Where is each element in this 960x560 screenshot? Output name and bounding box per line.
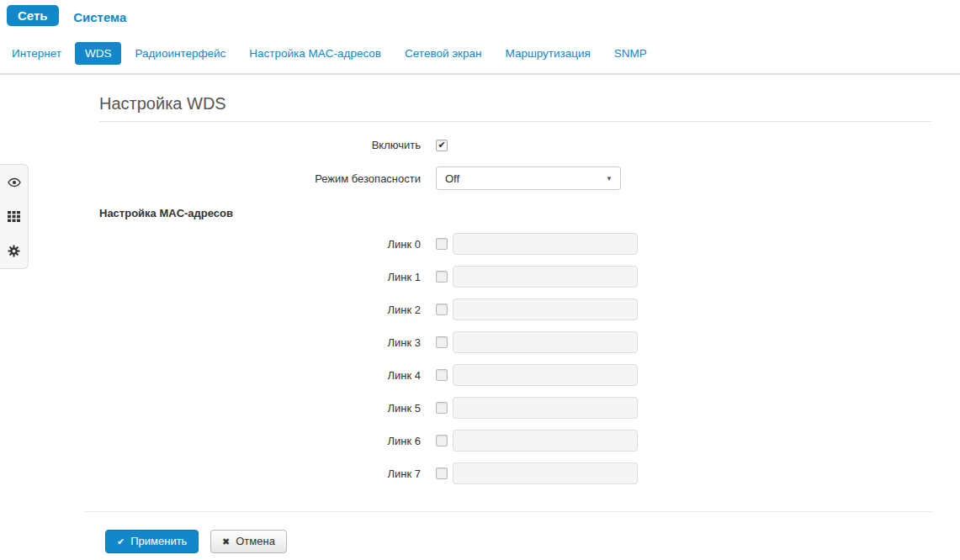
apply-button-label: Применить (130, 535, 187, 548)
title-divider (99, 121, 931, 122)
close-icon: ✖ (222, 537, 230, 547)
link-7-mac-input[interactable] (453, 462, 638, 484)
tab-mac-settings[interactable]: Настройка MAC-адресов (239, 42, 391, 65)
tabs-bar: Интернет WDS Радиоинтерфейс Настройка MA… (0, 34, 960, 75)
topnav-item-network[interactable]: Сеть (7, 5, 59, 26)
link-3-label: Линк 3 (84, 336, 421, 349)
chevron-down-icon: ▼ (606, 175, 613, 182)
link-0-mac-input[interactable] (453, 233, 638, 255)
link-4-label: Линк 4 (84, 369, 421, 382)
page-title: Настройка WDS (99, 94, 934, 114)
main-panel: Настройка WDS Включить ✔ Режим безопасно… (84, 94, 934, 553)
check-icon: ✔ (438, 140, 445, 150)
tab-radio-interface[interactable]: Радиоинтерфейс (125, 42, 236, 65)
tab-routing[interactable]: Маршрутизация (495, 42, 600, 65)
link-row-2: Линк 2 (84, 298, 934, 320)
link-1-mac-input[interactable] (453, 266, 638, 288)
tab-snmp[interactable]: SNMP (604, 42, 657, 65)
security-mode-row: Режим безопасности Off ▼ (84, 166, 934, 190)
top-navigation: Сеть Система (0, 0, 960, 34)
link-3-mac-input[interactable] (453, 331, 638, 353)
content-area: Настройка WDS Включить ✔ Режим безопасно… (0, 94, 960, 560)
link-5-label: Линк 5 (84, 402, 421, 415)
link-5-checkbox[interactable] (436, 402, 448, 414)
tab-internet[interactable]: Интернет (2, 42, 72, 65)
link-row-0: Линк 0 (84, 233, 934, 255)
mac-section-title: Настройка MAC-адресов (99, 207, 934, 219)
eye-icon[interactable] (8, 176, 21, 188)
link-6-label: Линк 6 (84, 435, 421, 447)
wds-form: Включить ✔ Режим безопасности Off ▼ Наст… (84, 139, 934, 484)
enable-row: Включить ✔ (84, 139, 934, 151)
tab-firewall[interactable]: Сетевой экран (395, 42, 491, 65)
security-mode-label: Режим безопасности (84, 172, 421, 185)
link-4-mac-input[interactable] (453, 364, 638, 386)
link-0-label: Линк 0 (84, 238, 421, 251)
link-7-label: Линк 7 (84, 468, 421, 480)
link-row-6: Линк 6 (84, 430, 934, 452)
cancel-button[interactable]: ✖ Отмена (210, 530, 287, 553)
side-tool-panel (0, 164, 29, 269)
link-6-mac-input[interactable] (453, 430, 638, 452)
link-2-mac-input[interactable] (453, 298, 638, 320)
enable-checkbox[interactable]: ✔ (436, 140, 448, 151)
check-icon: ✔ (117, 537, 125, 547)
link-0-checkbox[interactable] (436, 238, 448, 250)
security-mode-value: Off (445, 172, 459, 185)
link-1-label: Линк 1 (84, 271, 421, 283)
security-mode-select[interactable]: Off ▼ (436, 166, 621, 190)
link-6-checkbox[interactable] (436, 435, 448, 446)
form-buttons: ✔ Применить ✖ Отмена (105, 530, 934, 553)
link-5-mac-input[interactable] (453, 397, 638, 419)
link-2-label: Линк 2 (84, 304, 421, 316)
link-row-3: Линк 3 (84, 331, 934, 353)
grid-icon[interactable] (8, 210, 21, 223)
topnav-item-system[interactable]: Система (73, 10, 126, 24)
link-7-checkbox[interactable] (436, 468, 448, 479)
tab-wds[interactable]: WDS (75, 42, 122, 65)
footer-divider (84, 511, 934, 512)
gear-icon[interactable] (8, 245, 21, 257)
link-row-5: Линк 5 (84, 397, 934, 419)
link-4-checkbox[interactable] (436, 369, 448, 381)
link-1-checkbox[interactable] (436, 271, 448, 283)
link-3-checkbox[interactable] (436, 336, 448, 348)
link-2-checkbox[interactable] (436, 304, 448, 315)
link-row-1: Линк 1 (84, 266, 934, 288)
link-row-4: Линк 4 (84, 364, 934, 386)
enable-label: Включить (84, 139, 421, 151)
apply-button[interactable]: ✔ Применить (105, 530, 199, 553)
cancel-button-label: Отмена (236, 535, 275, 548)
link-row-7: Линк 7 (84, 462, 934, 484)
